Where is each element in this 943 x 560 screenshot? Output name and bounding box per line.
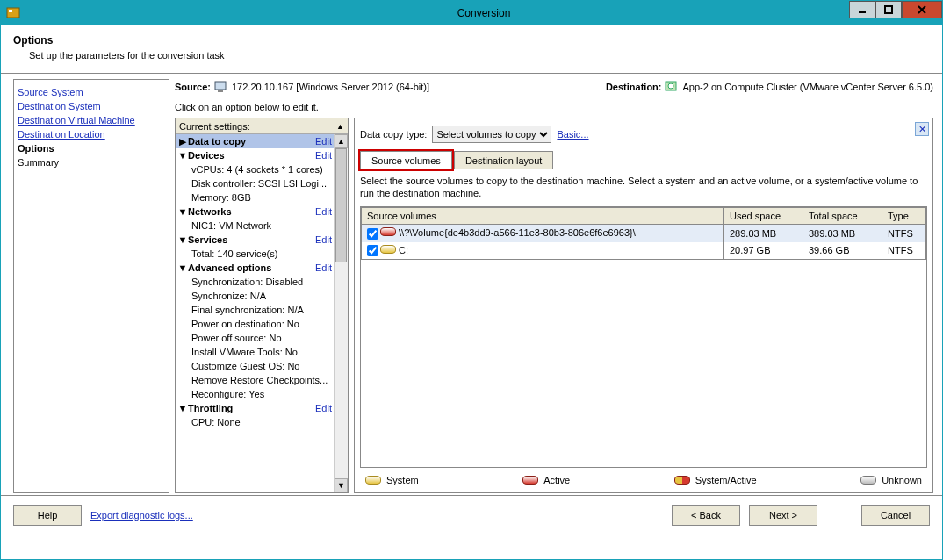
legend: System Active System/Active Unknown xyxy=(360,468,927,487)
fs-type: NTFS xyxy=(882,242,926,260)
nav-destination-vm[interactable]: Destination Virtual Machine xyxy=(18,113,165,127)
tab-destination-layout[interactable]: Destination layout xyxy=(454,151,553,169)
tree-sub: vCPUs: 4 (4 sockets * 1 cores) xyxy=(176,162,334,176)
tree-advanced[interactable]: ▼Advanced optionsEdit xyxy=(176,261,334,275)
edit-link[interactable]: Edit xyxy=(315,136,332,147)
page-subtitle: Set up the parameters for the conversion… xyxy=(29,50,925,61)
used-space: 20.97 GB xyxy=(724,242,803,260)
svg-rect-7 xyxy=(218,90,223,92)
disk-icon xyxy=(380,245,396,254)
volume-row[interactable]: \\?\Volume{de4b3dd9-a566-11e3-80b3-806e6… xyxy=(362,225,926,242)
export-logs-link[interactable]: Export diagnostic logs... xyxy=(90,510,193,521)
copy-type-label: Data copy type: xyxy=(360,129,427,140)
nav-pane: Source System Destination System Destina… xyxy=(13,79,169,493)
settings-tree: Current settings: ▲ ▶Data to copyEdit ▼D… xyxy=(175,118,349,493)
dest-label: Destination: xyxy=(606,82,662,92)
source-value: 172.20.10.167 [Windows Server 2012 (64-b… xyxy=(232,82,429,92)
tree-sub: NIC1: VM Network xyxy=(176,219,334,233)
svg-rect-0 xyxy=(7,8,19,18)
volume-checkbox[interactable] xyxy=(367,228,378,240)
col-used-space[interactable]: Used space xyxy=(724,208,803,225)
nav-options[interactable]: Options xyxy=(18,141,165,155)
legend-active-icon xyxy=(522,476,538,485)
tree-services[interactable]: ▼ServicesEdit xyxy=(176,233,334,247)
volumes-table-wrap: Source volumes Used space Total space Ty… xyxy=(360,206,927,468)
nav-source-system[interactable]: Source System xyxy=(18,85,165,99)
tree-sub: Remove Restore Checkpoints... xyxy=(176,373,334,387)
total-space: 39.66 GB xyxy=(803,242,882,260)
nav-destination-system[interactable]: Destination System xyxy=(18,99,165,113)
tree-sub: Power on destination: No xyxy=(176,317,334,331)
cancel-button[interactable]: Cancel xyxy=(861,505,930,526)
volume-row[interactable]: C: 20.97 GB 39.66 GB NTFS xyxy=(362,242,926,260)
svg-rect-3 xyxy=(885,6,892,13)
window-title: Conversion xyxy=(25,7,942,19)
scroll-thumb[interactable] xyxy=(335,148,347,262)
panel-close-button[interactable]: ✕ xyxy=(915,122,929,136)
tree-sub: Synchronization: Disabled xyxy=(176,275,334,289)
app-icon xyxy=(6,6,20,20)
tree-sub: Final synchronization: N/A xyxy=(176,303,334,317)
tree-throttling[interactable]: ▼ThrottlingEdit xyxy=(176,401,334,415)
tree-scroll[interactable]: ▶Data to copyEdit ▼DevicesEdit vCPUs: 4 … xyxy=(176,134,334,492)
basic-link[interactable]: Basic... xyxy=(557,129,588,140)
legend-system-icon xyxy=(365,476,381,485)
scroll-up-button[interactable]: ▲ xyxy=(335,134,348,148)
edit-link[interactable]: Edit xyxy=(315,234,332,245)
legend-sysact-icon xyxy=(674,476,690,485)
scroll-up-icon[interactable]: ▲ xyxy=(336,122,344,131)
minimize-button[interactable] xyxy=(849,1,875,18)
col-total-space[interactable]: Total space xyxy=(803,208,882,225)
tree-networks[interactable]: ▼NetworksEdit xyxy=(176,205,334,219)
tree-sub: Install VMware Tools: No xyxy=(176,345,334,359)
close-button[interactable] xyxy=(902,1,942,18)
edit-link[interactable]: Edit xyxy=(315,262,332,273)
back-button[interactable]: < Back xyxy=(672,505,740,526)
tree-sub: Disk controller: SCSI LSI Logi... xyxy=(176,176,334,190)
volumes-table: Source volumes Used space Total space Ty… xyxy=(361,207,926,260)
maximize-button[interactable] xyxy=(875,1,902,18)
copy-type-select[interactable]: Select volumes to copy xyxy=(432,126,551,143)
tree-sub: Power off source: No xyxy=(176,331,334,345)
tree-scrollbar[interactable]: ▲ ▼ xyxy=(334,134,348,492)
volume-checkbox[interactable] xyxy=(367,245,378,256)
edit-link[interactable]: Edit xyxy=(315,150,332,161)
next-button[interactable]: Next > xyxy=(749,505,817,526)
disk-icon xyxy=(380,227,396,236)
volume-name: C: xyxy=(399,245,408,255)
legend-system: System xyxy=(386,475,419,485)
used-space: 289.03 MB xyxy=(724,225,803,242)
nav-destination-location[interactable]: Destination Location xyxy=(18,127,165,141)
tab-source-volumes[interactable]: Source volumes xyxy=(360,151,452,169)
svg-point-9 xyxy=(668,83,673,89)
title-bar: Conversion xyxy=(1,1,942,25)
total-space: 389.03 MB xyxy=(803,225,882,242)
volume-name: \\?\Volume{de4b3dd9-a566-11e3-80b3-806e6… xyxy=(399,227,636,238)
tree-sub: CPU: None xyxy=(176,415,334,429)
hint-text: Click on an option below to edit it. xyxy=(175,98,933,118)
tree-sub: Memory: 8GB xyxy=(176,190,334,205)
legend-unknown: Unknown xyxy=(882,475,922,485)
nav-summary[interactable]: Summary xyxy=(18,155,165,169)
edit-link[interactable]: Edit xyxy=(315,403,332,413)
col-source-volumes[interactable]: Source volumes xyxy=(362,208,724,225)
computer-icon xyxy=(214,81,228,93)
tree-devices[interactable]: ▼DevicesEdit xyxy=(176,148,334,162)
instruction-text: Select the source volumes to copy to the… xyxy=(360,175,927,199)
edit-link[interactable]: Edit xyxy=(315,206,332,217)
help-button[interactable]: Help xyxy=(13,505,82,526)
scroll-down-button[interactable]: ▼ xyxy=(335,478,348,492)
legend-sysact: System/Active xyxy=(695,475,757,485)
col-type[interactable]: Type xyxy=(882,208,926,225)
vm-icon xyxy=(665,81,679,93)
tree-sub: Synchronize: N/A xyxy=(176,289,334,303)
legend-active: Active xyxy=(543,475,570,485)
tree-sub: Customize Guest OS: No xyxy=(176,359,334,373)
source-label: Source: xyxy=(175,82,211,92)
tree-sub: Reconfigure: Yes xyxy=(176,387,334,401)
svg-rect-6 xyxy=(215,82,226,90)
footer: Help Export diagnostic logs... < Back Ne… xyxy=(1,495,942,535)
header-panel: Options Set up the parameters for the co… xyxy=(1,25,942,74)
tree-data-to-copy[interactable]: ▶Data to copyEdit xyxy=(176,134,334,148)
legend-unknown-icon xyxy=(860,476,876,485)
